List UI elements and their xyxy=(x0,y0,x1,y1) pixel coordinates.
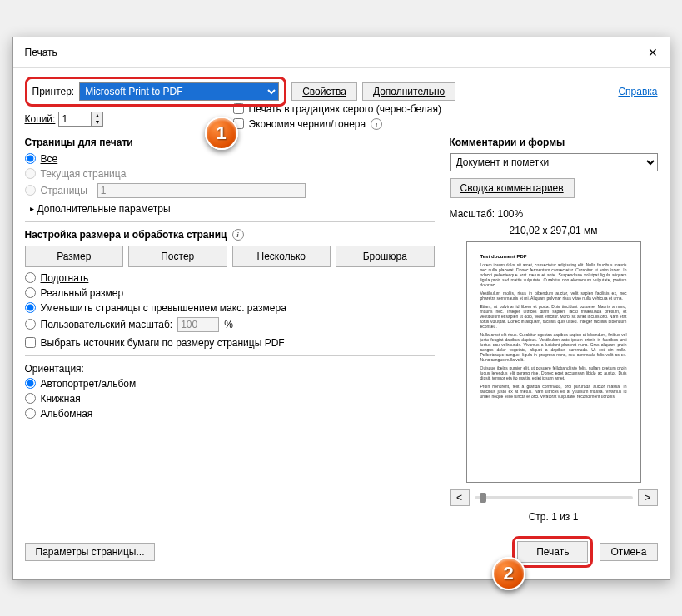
dialog-title: Печать xyxy=(25,47,57,58)
comments-section-title: Комментарии и формы xyxy=(450,137,658,148)
print-button[interactable]: Печать xyxy=(517,541,588,563)
triangle-right-icon: ▸ xyxy=(30,204,34,213)
next-page-button[interactable]: > xyxy=(638,489,658,506)
help-link[interactable]: Справка xyxy=(618,86,657,97)
paper-source-label: Выбрать источник бумаги по размеру стран… xyxy=(41,337,285,349)
pages-range-label: Страницы xyxy=(41,185,87,196)
ink-label: Экономия чернил/тонера xyxy=(249,118,366,130)
summary-button[interactable]: Сводка комментариев xyxy=(450,178,575,198)
copies-spinner[interactable]: ▲ ▼ xyxy=(58,112,103,127)
custom-scale-input xyxy=(177,317,219,332)
more-params-expander[interactable]: ▸ Дополнительные параметры xyxy=(30,203,435,215)
spinner-down-icon[interactable]: ▼ xyxy=(92,119,102,126)
page-indicator: Стр. 1 из 1 xyxy=(450,511,658,523)
annotation-marker-2: 2 xyxy=(492,557,525,590)
info-icon[interactable]: i xyxy=(371,118,382,130)
custom-scale-label: Пользовательский масштаб: xyxy=(41,319,173,330)
actual-label: Реальный размер xyxy=(41,287,124,299)
print-highlight: Печать xyxy=(512,536,593,568)
close-icon[interactable]: ✕ xyxy=(641,44,665,61)
advanced-button[interactable]: Дополнительно xyxy=(362,82,455,101)
pages-range-input xyxy=(97,183,306,198)
copies-label: Копий: xyxy=(25,113,56,125)
dimensions-label: 210,02 x 297,01 мм xyxy=(450,225,658,236)
orientation-label: Ориентация: xyxy=(25,363,435,375)
booklet-button[interactable]: Брошюра xyxy=(336,246,435,267)
print-dialog: 1 2 Печать ✕ Принтер: Microsoft Print to… xyxy=(12,37,670,580)
comments-combo[interactable]: Документ и пометки xyxy=(450,153,658,171)
properties-button[interactable]: Свойства xyxy=(291,82,357,101)
pages-current-label: Текущая страница xyxy=(41,168,127,180)
multiple-button[interactable]: Несколько xyxy=(232,246,331,267)
page-setup-button[interactable]: Параметры страницы... xyxy=(25,543,156,561)
poster-button[interactable]: Постер xyxy=(128,246,227,267)
shrink-radio[interactable] xyxy=(25,302,36,313)
pages-current-radio xyxy=(25,168,36,179)
scale-label: Масштаб: 100% xyxy=(450,208,658,220)
portrait-radio[interactable] xyxy=(25,393,36,404)
prev-page-button[interactable]: < xyxy=(450,489,470,506)
landscape-label: Альбомная xyxy=(41,408,93,420)
printer-select[interactable]: Microsoft Print to PDF xyxy=(79,82,279,101)
cancel-button[interactable]: Отмена xyxy=(600,543,657,561)
spinner-up-icon[interactable]: ▲ xyxy=(92,112,102,119)
custom-scale-radio[interactable] xyxy=(25,319,36,330)
paper-source-checkbox[interactable] xyxy=(25,337,36,348)
auto-orient-label: Автопортрет/альбом xyxy=(41,378,137,390)
fit-radio[interactable] xyxy=(25,272,36,283)
pages-range-radio xyxy=(25,185,36,196)
preview-box: Test document PDF Lorem ipsum dolor sit … xyxy=(466,241,641,483)
size-button[interactable]: Размер xyxy=(25,246,124,267)
annotation-marker-1: 1 xyxy=(205,117,238,150)
printer-highlight: Принтер: Microsoft Print to PDF xyxy=(25,77,287,107)
printer-label: Принтер: xyxy=(32,86,75,97)
fit-label: Подогнать xyxy=(41,272,89,284)
copies-input[interactable] xyxy=(59,112,91,126)
landscape-radio[interactable] xyxy=(25,408,36,419)
pages-all-radio[interactable] xyxy=(25,153,36,164)
shrink-label: Уменьшить страницы с превышением макс. р… xyxy=(41,302,286,314)
info-icon[interactable]: i xyxy=(232,229,244,241)
page-slider[interactable] xyxy=(475,496,633,499)
sizing-section-title: Настройка размера и обработка страниц xyxy=(25,229,227,241)
auto-orient-radio[interactable] xyxy=(25,378,36,389)
titlebar: Печать ✕ xyxy=(13,37,670,68)
actual-radio[interactable] xyxy=(25,287,36,298)
portrait-label: Книжная xyxy=(41,393,81,405)
pages-all-label: Все xyxy=(41,153,58,165)
